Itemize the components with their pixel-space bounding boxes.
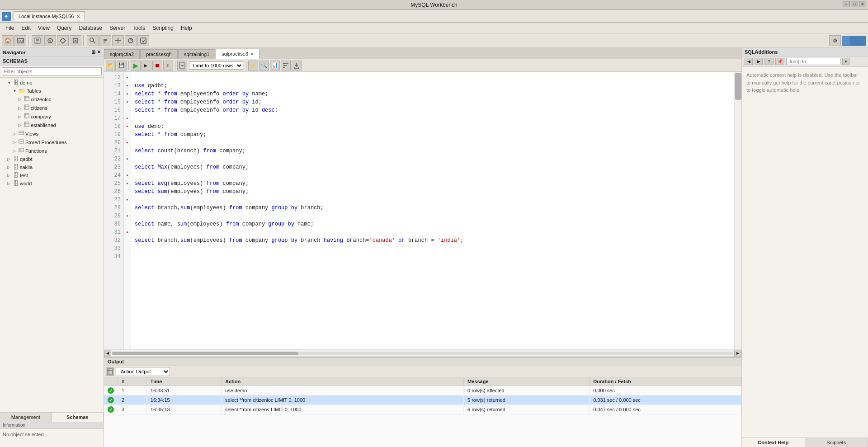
ed-execute-sel-btn[interactable]: ▶|: [142, 61, 151, 71]
table-citizens[interactable]: ▷ citizens: [0, 104, 104, 112]
view-toggle-2[interactable]: [850, 36, 859, 45]
ed-save-btn[interactable]: 💾: [117, 61, 127, 71]
dot-22: ●: [125, 155, 130, 163]
hscroll-thumb[interactable]: [112, 352, 298, 355]
ed-export-btn[interactable]: [292, 61, 302, 71]
expand-fn: ▷: [13, 149, 17, 153]
folder-tables[interactable]: ▼ 📁 Tables: [0, 87, 104, 95]
ln-17: 17: [107, 114, 121, 122]
tab-practisesql-label: practisesql*: [146, 52, 172, 57]
toolbar-btn-5[interactable]: [57, 35, 69, 46]
toolbar-btn-3[interactable]: [32, 35, 43, 46]
menu-help[interactable]: Help: [177, 24, 196, 32]
hscroll-left[interactable]: ◀: [104, 350, 111, 357]
menu-file[interactable]: File: [2, 24, 18, 32]
instance-tab-close[interactable]: ✕: [76, 14, 80, 19]
views-label: Views: [25, 131, 38, 136]
jump-to-input[interactable]: [786, 58, 840, 65]
toolbar-btn-6[interactable]: [70, 35, 81, 46]
menu-server[interactable]: Server: [106, 24, 129, 32]
row3-status-icon: ✓: [104, 405, 118, 414]
ed-toggle-btn[interactable]: [177, 61, 187, 71]
toolbar-btn-11[interactable]: [137, 35, 149, 46]
code-textarea[interactable]: use qadbt; select * from employeeinfo or…: [131, 72, 734, 349]
nav-icon-1[interactable]: ⊞: [91, 49, 95, 55]
ed-visual-btn[interactable]: 📊: [270, 61, 280, 71]
toolbar-home-btn[interactable]: 🏠: [2, 35, 14, 46]
horizontal-scrollbar[interactable]: ◀ ▶: [104, 349, 741, 357]
ed-stop-btn[interactable]: ⏹: [152, 61, 162, 71]
vertical-scrollbar[interactable]: [734, 72, 741, 349]
toolbar-btn-4[interactable]: $: [44, 35, 56, 46]
dots: ● ● ● ● ● ● ● ● ● ● ● ●: [125, 74, 130, 236]
schema-demo[interactable]: ▼ 🗄 demo: [0, 79, 104, 87]
menu-edit[interactable]: Edit: [18, 24, 34, 32]
window-controls: − □ ✕: [843, 1, 866, 7]
view-toggle-3[interactable]: [858, 36, 866, 45]
right-back-btn[interactable]: ◀: [745, 58, 753, 65]
tab-sqltraining1[interactable]: sqltraining1: [178, 49, 215, 59]
ed-format-btn[interactable]: [281, 61, 291, 71]
output-icon-btn[interactable]: [106, 367, 114, 376]
sakila-label: sakila: [20, 165, 33, 170]
table-citizenloc[interactable]: ▷ citizenloc: [0, 95, 104, 104]
scroll-thumb[interactable]: [735, 73, 741, 100]
toolbar-btn-10[interactable]: ?: [125, 35, 137, 46]
dot-23: [125, 163, 130, 171]
close-button[interactable]: ✕: [859, 1, 866, 7]
ed-continue-btn[interactable]: ⏸: [163, 61, 173, 71]
right-forward-btn[interactable]: ▶: [755, 58, 763, 65]
table-company[interactable]: ▷ company: [0, 112, 104, 121]
folder-functions[interactable]: ▷ fn Functions: [0, 146, 104, 155]
row3-duration: 0.047 sec / 0.000 sec: [590, 405, 741, 414]
output-header: Output: [104, 358, 741, 366]
instance-tab[interactable]: Local instance MySQL56 ✕: [14, 11, 85, 21]
tab-practisesql[interactable]: practisesql*: [140, 49, 178, 59]
schema-qadbt[interactable]: ▷ 🗄 qadbt: [0, 155, 104, 163]
ed-open-btn[interactable]: 📂: [106, 61, 116, 71]
output-row-3[interactable]: ✓ 3 16:35:13 select *from citizens LIMIT…: [104, 405, 741, 414]
toolbar-btn-9[interactable]: [112, 35, 124, 46]
schema-test[interactable]: ▷ 🗄 test: [0, 171, 104, 179]
filter-input[interactable]: [2, 67, 102, 75]
view-toggle-1[interactable]: [842, 36, 850, 45]
limit-select[interactable]: Limit to 1000 rows No limit Limit to 500…: [189, 61, 243, 70]
tab-snippets[interactable]: Snippets: [805, 438, 868, 447]
menu-scripting[interactable]: Scripting: [149, 24, 177, 32]
tab-sqlpractise3-close[interactable]: ✕: [250, 52, 254, 56]
ed-execute-btn[interactable]: ▶: [131, 61, 141, 71]
toolbar-btn-8[interactable]: [99, 35, 111, 46]
jump-to-dropdown[interactable]: ▼: [842, 58, 849, 65]
right-pin-btn[interactable]: 📌: [775, 58, 784, 65]
tab-sqlpractise3[interactable]: sqlpractise3 ✕: [216, 49, 259, 59]
minimize-button[interactable]: −: [843, 1, 850, 7]
menu-database[interactable]: Database: [75, 24, 106, 32]
folder-views[interactable]: ▷ Views: [0, 129, 104, 138]
ed-explain-btn[interactable]: 🔍: [259, 61, 269, 71]
nav-icon-2[interactable]: ✕: [97, 49, 101, 55]
maximize-button[interactable]: □: [851, 1, 858, 7]
right-help-btn[interactable]: ?: [764, 58, 774, 65]
output-row-1[interactable]: ✓ 1 16:33:51 use demo 0 row(s) affected …: [104, 386, 741, 395]
output-row-2[interactable]: ✓ 2 16:34:15 select *from citizenloc LIM…: [104, 395, 741, 405]
toolbar-sql-btn[interactable]: SQL: [14, 35, 26, 46]
hscroll-right[interactable]: ▶: [734, 350, 741, 357]
menu-tools[interactable]: Tools: [129, 24, 149, 32]
toolbar-right-btn-1[interactable]: ⚙: [829, 35, 841, 46]
tab-schemas[interactable]: Schemas: [52, 413, 104, 422]
toolbar-btn-7[interactable]: [87, 35, 99, 46]
main-toolbar: 🏠 SQL $ ? ⚙: [0, 33, 868, 48]
tab-sqlprqctia2[interactable]: sqlprqctia2: [104, 49, 140, 59]
table-established[interactable]: ▷ established: [0, 121, 104, 129]
tab-context-help[interactable]: Context Help: [742, 438, 805, 447]
hscroll-track[interactable]: [112, 352, 733, 355]
schema-world[interactable]: ▷ 🗄 world: [0, 179, 104, 188]
navigator-icons: ⊞ ✕: [91, 49, 101, 55]
action-output-select[interactable]: Action Output: [116, 367, 170, 376]
folder-stored-procedures[interactable]: ▷ Stored Procedures: [0, 138, 104, 146]
menu-query[interactable]: Query: [53, 24, 75, 32]
menu-view[interactable]: View: [34, 24, 53, 32]
schema-sakila[interactable]: ▷ 🗄 sakila: [0, 163, 104, 171]
ed-profile-btn[interactable]: ⚡: [248, 61, 258, 71]
tab-management[interactable]: Management: [0, 413, 52, 422]
